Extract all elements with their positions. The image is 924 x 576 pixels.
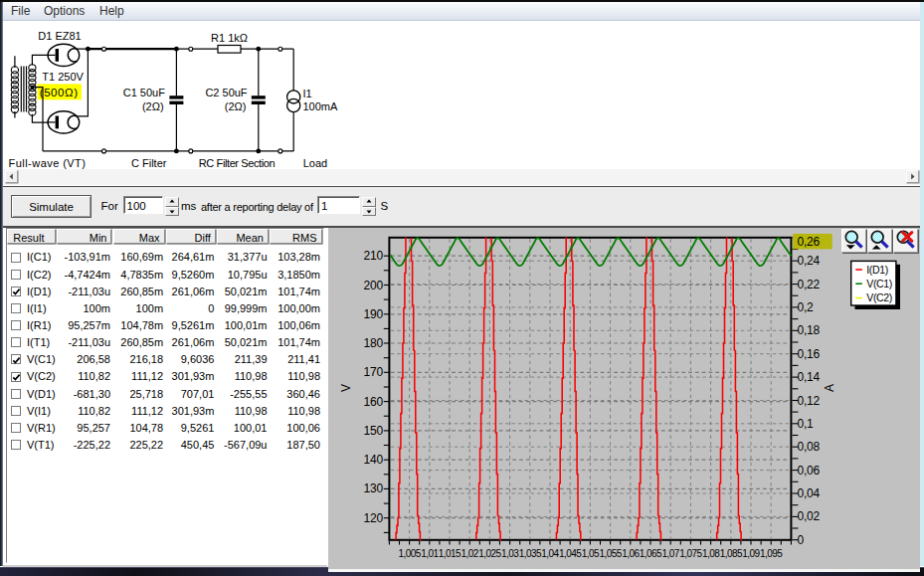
- svg-text:1,01: 1,01: [421, 548, 439, 559]
- svg-text:0,06: 0,06: [798, 464, 821, 478]
- svg-text:0,2: 0,2: [798, 300, 815, 314]
- svg-text:1,065: 1,065: [640, 548, 662, 559]
- svg-text:0,14: 0,14: [798, 370, 821, 384]
- svg-text:1,085: 1,085: [720, 548, 743, 559]
- svg-text:150: 150: [364, 424, 384, 438]
- svg-text:120: 120: [364, 511, 384, 525]
- svg-text:1,035: 1,035: [519, 548, 542, 559]
- svg-text:140: 140: [364, 453, 384, 467]
- svg-text:1,075: 1,075: [679, 548, 702, 559]
- svg-text:1,07: 1,07: [662, 548, 680, 559]
- svg-text:0,04: 0,04: [798, 486, 821, 500]
- svg-text:1,005: 1,005: [398, 548, 421, 559]
- svg-text:1,02: 1,02: [462, 548, 479, 559]
- svg-text:1,08: 1,08: [702, 548, 720, 559]
- svg-text:0,12: 0,12: [798, 394, 821, 408]
- svg-text:0,16: 0,16: [798, 347, 821, 361]
- svg-text:190: 190: [364, 307, 384, 321]
- svg-text:1,095: 1,095: [760, 548, 783, 559]
- svg-text:1,09: 1,09: [742, 548, 760, 559]
- svg-text:A: A: [823, 384, 836, 392]
- svg-text:0,02: 0,02: [798, 509, 821, 523]
- svg-text:1,025: 1,025: [478, 548, 501, 559]
- svg-text:160: 160: [364, 395, 384, 409]
- svg-text:0: 0: [798, 533, 805, 547]
- svg-text:180: 180: [364, 336, 384, 350]
- svg-text:0,24: 0,24: [798, 254, 821, 268]
- svg-text:V: V: [339, 384, 353, 392]
- svg-text:1,015: 1,015: [439, 548, 462, 559]
- svg-text:0,08: 0,08: [798, 440, 821, 454]
- svg-text:1,05: 1,05: [582, 548, 600, 559]
- svg-text:V(C1): V(C1): [866, 278, 892, 289]
- svg-text:200: 200: [364, 279, 384, 292]
- svg-text:1,06: 1,06: [622, 548, 640, 559]
- svg-text:V(C2): V(C2): [866, 291, 892, 303]
- svg-text:170: 170: [364, 365, 384, 379]
- svg-text:1,045: 1,045: [559, 548, 582, 559]
- svg-text:1,03: 1,03: [501, 548, 519, 559]
- svg-text:0,26: 0,26: [798, 235, 821, 249]
- svg-text:1,055: 1,055: [599, 548, 622, 559]
- svg-text:0,18: 0,18: [798, 323, 821, 337]
- svg-text:1,04: 1,04: [541, 548, 559, 559]
- svg-text:0,1: 0,1: [798, 417, 815, 431]
- svg-text:210: 210: [364, 249, 384, 263]
- svg-text:0,22: 0,22: [798, 278, 821, 291]
- svg-text:I(D1): I(D1): [866, 264, 888, 276]
- svg-text:130: 130: [364, 481, 384, 495]
